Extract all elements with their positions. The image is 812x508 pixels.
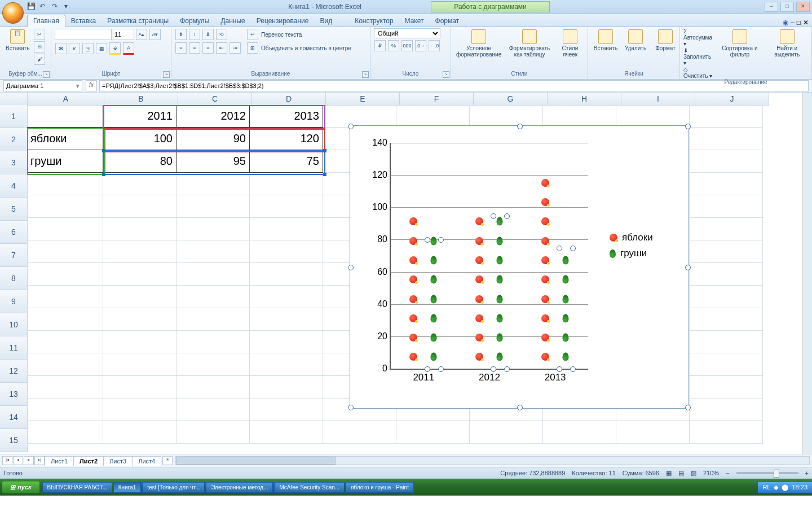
cell-J15[interactable]	[690, 421, 763, 444]
cell-B5[interactable]	[103, 195, 176, 218]
conditional-formatting-button[interactable]: Условное форматирование	[454, 28, 503, 59]
cell-D5[interactable]	[250, 195, 323, 218]
tray-icon-2[interactable]: ⬤	[782, 484, 788, 491]
copy-icon[interactable]: ⎘	[34, 41, 45, 52]
format-as-table-button[interactable]: Форматировать как таблицу	[505, 28, 554, 59]
cell-B9[interactable]	[103, 286, 176, 308]
cell-J7[interactable]	[690, 240, 763, 263]
cell-J10[interactable]	[690, 308, 763, 331]
cell-A12[interactable]	[27, 353, 103, 376]
autosum-button[interactable]: Σ Автосумма ▾	[683, 28, 713, 47]
col-header-E[interactable]: E	[326, 93, 400, 106]
cell-D13[interactable]	[250, 376, 323, 398]
zoom-slider[interactable]	[736, 472, 798, 474]
cell-C13[interactable]	[176, 376, 250, 398]
tab-format[interactable]: Формат	[430, 15, 465, 27]
tab-nav-first[interactable]: |◂	[2, 456, 12, 465]
col-header-C[interactable]: C	[178, 93, 252, 106]
select-all-corner[interactable]	[0, 93, 28, 106]
cell-D10[interactable]	[250, 308, 323, 331]
borders-button[interactable]: ▦	[96, 43, 107, 54]
cell-B10[interactable]	[103, 308, 176, 331]
sheet-tab-Лист3[interactable]: Лист3	[103, 456, 133, 466]
row-header-12[interactable]: 12	[0, 360, 28, 383]
cut-icon[interactable]: ✂	[34, 29, 45, 40]
cell-E15[interactable]	[323, 421, 396, 444]
doc-minimize-icon[interactable]: –	[791, 19, 795, 27]
zoom-in-button[interactable]: +	[805, 470, 809, 476]
wrap-text-button[interactable]: ↩Перенос текста	[246, 28, 351, 41]
cell-C4[interactable]	[176, 173, 250, 195]
cell-A1[interactable]	[27, 105, 103, 128]
col-header-J[interactable]: J	[695, 93, 769, 106]
cell-C3[interactable]: 95	[176, 150, 250, 173]
number-launcher[interactable]: ↘	[443, 71, 449, 78]
delete-cells-button[interactable]: Удалить	[621, 28, 650, 52]
cell-A14[interactable]	[27, 398, 103, 421]
cell-I1[interactable]	[616, 105, 690, 128]
bold-button[interactable]: Ж	[55, 43, 67, 54]
row-header-9[interactable]: 9	[0, 290, 28, 313]
cell-J1[interactable]	[690, 105, 763, 128]
align-bottom-icon[interactable]: ⬇	[202, 29, 214, 40]
cell-D1[interactable]: 2013	[250, 105, 323, 128]
cell-B4[interactable]	[103, 173, 176, 195]
new-sheet-button[interactable]: ✳	[162, 456, 173, 465]
cell-D12[interactable]	[250, 353, 323, 376]
worksheet[interactable]: ABCDEFGHIJ 123456789101112131415 2011201…	[0, 93, 812, 454]
maximize-button[interactable]: □	[780, 2, 794, 12]
tab-nav-last[interactable]: ▸|	[34, 456, 45, 465]
underline-button[interactable]: Ч	[82, 43, 94, 54]
horizontal-scrollbar[interactable]	[175, 456, 810, 465]
cell-D6[interactable]	[250, 218, 323, 240]
cell-B15[interactable]	[103, 421, 176, 444]
font-size-select[interactable]	[113, 29, 134, 40]
row-header-7[interactable]: 7	[0, 244, 28, 267]
row-header-8[interactable]: 8	[0, 267, 28, 290]
name-box[interactable]: Диаграмма 1▾	[3, 80, 82, 91]
cell-D7[interactable]	[250, 240, 323, 263]
tray-clock[interactable]: 18:23	[792, 484, 807, 491]
cell-D2[interactable]: 120	[250, 128, 323, 150]
cell-J5[interactable]	[690, 195, 763, 218]
percent-icon[interactable]: %	[388, 40, 399, 51]
tray-lang[interactable]: RL	[762, 484, 770, 491]
cell-D14[interactable]	[250, 398, 323, 421]
doc-restore-icon[interactable]: □	[797, 19, 801, 27]
font-name-select[interactable]	[55, 29, 112, 40]
increase-indent-icon[interactable]: ⇥	[230, 42, 241, 54]
row-header-4[interactable]: 4	[0, 174, 28, 198]
orientation-icon[interactable]: ⟲	[216, 29, 227, 40]
cell-J6[interactable]	[690, 218, 763, 240]
sheet-tab-Лист4[interactable]: Лист4	[132, 456, 161, 466]
cell-B2[interactable]: 100	[103, 128, 176, 150]
cell-D9[interactable]	[250, 286, 323, 308]
cell-F15[interactable]	[396, 421, 470, 444]
taskbar-item[interactable]: яблоко и груша - Paint	[346, 482, 414, 493]
cell-A5[interactable]	[27, 195, 103, 218]
doc-close-icon[interactable]: ✕	[803, 19, 809, 27]
cell-J11[interactable]	[690, 331, 763, 353]
number-format-select[interactable]: Общий	[374, 28, 440, 38]
cell-F1[interactable]	[396, 105, 470, 128]
row-header-2[interactable]: 2	[0, 128, 28, 151]
cell-B1[interactable]: 2011	[103, 105, 176, 128]
cell-A7[interactable]	[27, 240, 103, 263]
cell-B14[interactable]	[103, 398, 176, 421]
font-color-button[interactable]: A	[123, 42, 134, 55]
tab-insert[interactable]: Вставка	[65, 15, 102, 27]
cell-A6[interactable]	[27, 218, 103, 240]
decrease-decimal-icon[interactable]: ←.0	[429, 40, 440, 51]
cell-A15[interactable]	[27, 421, 103, 444]
col-header-I[interactable]: I	[621, 93, 695, 106]
cell-C6[interactable]	[176, 218, 250, 240]
office-button[interactable]	[2, 2, 24, 24]
cell-A3[interactable]: груши	[27, 150, 103, 173]
row-header-3[interactable]: 3	[0, 151, 28, 174]
cell-C12[interactable]	[176, 353, 250, 376]
row-header-13[interactable]: 13	[0, 383, 28, 406]
cell-B7[interactable]	[103, 240, 176, 263]
cell-A10[interactable]	[27, 308, 103, 331]
cell-B12[interactable]	[103, 353, 176, 376]
alignment-launcher[interactable]: ↘	[362, 71, 369, 78]
